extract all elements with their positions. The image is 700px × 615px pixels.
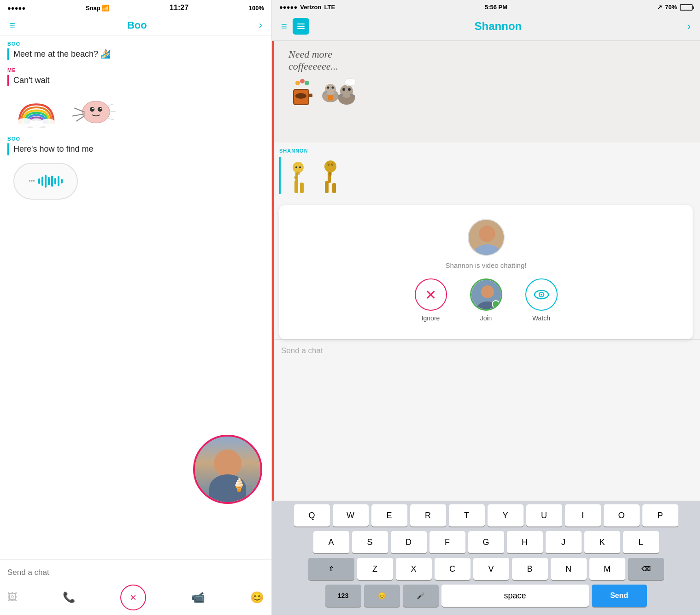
right-battery: 70% [665, 4, 677, 11]
right-carrier: Verizon [300, 4, 321, 11]
right-network: LTE [324, 4, 335, 11]
key-i[interactable]: I [565, 504, 601, 526]
svg-point-17 [295, 93, 306, 99]
key-g[interactable]: G [468, 531, 504, 553]
left-hamburger-icon[interactable]: ≡ [9, 19, 15, 31]
watch-button[interactable] [525, 278, 558, 311]
bars-chart-icon[interactable] [293, 18, 309, 35]
key-y[interactable]: Y [488, 504, 524, 526]
svg-point-65 [481, 285, 494, 298]
shannon-avatar [468, 219, 505, 256]
sticker-preview-area: Need more coffeeeeee... [272, 41, 700, 142]
rainbow-sticker [13, 96, 59, 128]
left-border-indicator [272, 41, 274, 501]
key-numbers[interactable]: 123 [325, 585, 361, 607]
key-s[interactable]: S [352, 531, 388, 553]
video-call-overlay[interactable]: 🍦 [193, 435, 262, 504]
key-t[interactable]: T [449, 504, 485, 526]
voice-wave: ••• [29, 175, 63, 188]
left-chevron-icon[interactable]: › [259, 19, 262, 31]
shannon-message-section: SHANNON [272, 142, 700, 205]
ignore-label: Ignore [422, 314, 440, 322]
svg-rect-29 [328, 95, 333, 101]
key-emoji[interactable]: 😊 [364, 585, 400, 607]
chat-area-left[interactable]: BOO Meet me at the beach? 🏄 ME Can't wai… [0, 35, 271, 559]
key-l[interactable]: L [623, 531, 659, 553]
svg-point-20 [305, 81, 309, 85]
key-x[interactable]: X [396, 558, 432, 580]
sticker-row [13, 94, 264, 130]
image-icon[interactable]: 🖼 [7, 591, 18, 603]
svg-point-46 [299, 163, 301, 166]
video-chat-card: Shannon is video chatting! ✕ Ignore [279, 205, 693, 339]
key-u[interactable]: U [526, 504, 562, 526]
key-p[interactable]: P [642, 504, 678, 526]
key-h[interactable]: H [507, 531, 543, 553]
video-icon[interactable]: 📹 [191, 591, 205, 604]
ignore-button[interactable]: ✕ [415, 278, 447, 311]
right-right-status: ↗ 70% [657, 4, 693, 11]
keyboard-row-2: A S D F G H J K L [274, 531, 698, 553]
key-c[interactable]: C [435, 558, 471, 580]
key-e[interactable]: E [371, 504, 407, 526]
svg-line-11 [76, 116, 84, 121]
right-time: 5:56 PM [485, 4, 507, 11]
chat-content-right[interactable]: Need more coffeeeeee... [272, 41, 700, 501]
phone-icon[interactable]: 📞 [63, 591, 75, 603]
svg-point-24 [327, 86, 329, 89]
key-q[interactable]: Q [294, 504, 330, 526]
ignore-action: ✕ Ignore [415, 278, 447, 322]
right-chat-title: Shannon [475, 20, 522, 33]
key-delete[interactable]: ⌫ [628, 558, 664, 580]
key-space[interactable]: space [441, 585, 589, 607]
message-text-1: Meet me at the beach? 🏄 [7, 48, 264, 60]
giraffe-sticker-1 [285, 157, 313, 194]
join-avatar [471, 280, 501, 309]
eye-icon [534, 290, 549, 300]
key-o[interactable]: O [604, 504, 640, 526]
key-b[interactable]: B [512, 558, 548, 580]
key-w[interactable]: W [333, 504, 369, 526]
send-chat-placeholder[interactable]: Send a chat [281, 346, 323, 355]
right-hamburger-icon[interactable]: ≡ [281, 20, 287, 32]
left-time: 11:27 [170, 4, 188, 12]
header-left: ≡ Boo › [0, 16, 271, 35]
sender-me: ME [7, 67, 264, 73]
key-shift[interactable]: ⇧ [308, 558, 354, 580]
header-right: ≡ Shannon › [272, 14, 700, 41]
key-k[interactable]: K [584, 531, 620, 553]
message-group-3: BOO Here's how to find me [7, 136, 264, 155]
voice-message[interactable]: ••• [13, 163, 78, 200]
svg-rect-41 [300, 183, 304, 193]
key-send[interactable]: Send [592, 585, 647, 607]
svg-point-8 [100, 108, 101, 109]
emoji-icon-left[interactable]: 😊 [250, 591, 264, 604]
right-signal-dots: ●●●●● [279, 4, 297, 11]
svg-point-69 [541, 294, 542, 296]
key-d[interactable]: D [391, 531, 427, 553]
cancel-button[interactable]: × [120, 585, 146, 610]
join-green-badge [492, 300, 500, 308]
key-a[interactable]: A [313, 531, 349, 553]
key-j[interactable]: J [546, 531, 582, 553]
svg-point-3 [40, 119, 55, 127]
svg-point-25 [332, 86, 334, 89]
send-chat-input-left[interactable] [7, 564, 264, 581]
key-r[interactable]: R [410, 504, 446, 526]
svg-point-4 [82, 101, 110, 123]
ignore-x-icon: ✕ [425, 287, 436, 303]
join-action: Join [470, 278, 502, 322]
keyboard-row-4: 123 😊 🎤 space Send [274, 585, 698, 607]
join-button[interactable] [470, 278, 502, 311]
key-n[interactable]: N [551, 558, 587, 580]
svg-point-7 [92, 108, 94, 109]
key-m[interactable]: M [589, 558, 625, 580]
shannon-sender-label: SHANNON [279, 148, 693, 154]
right-chevron-icon[interactable]: › [687, 20, 691, 33]
status-bar-right: ●●●●● Verizon LTE 5:56 PM ↗ 70% [272, 0, 700, 14]
key-v[interactable]: V [473, 558, 509, 580]
key-f[interactable]: F [429, 531, 465, 553]
message-text-3: Here's how to find me [7, 143, 264, 155]
key-mic[interactable]: 🎤 [403, 585, 439, 607]
key-z[interactable]: Z [357, 558, 393, 580]
